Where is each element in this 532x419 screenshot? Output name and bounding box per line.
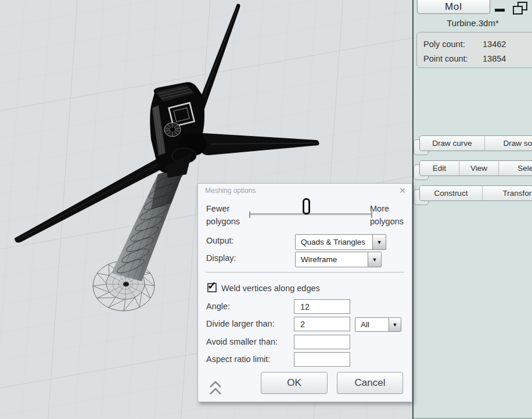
app-menu-button[interactable]: MoI: [417, 0, 490, 14]
angle-input[interactable]: [294, 299, 350, 314]
avoid-smaller-input[interactable]: [294, 335, 350, 349]
poly-count-value: 13462: [483, 40, 506, 49]
turbine-nacelle-vent: [164, 123, 181, 137]
mesh-stats-box: Poly count: 13462 Point count: 13854: [416, 32, 532, 68]
tab-transform[interactable]: Transform: [483, 186, 532, 200]
point-count-row: Point count: 13854: [423, 51, 532, 66]
polygon-density-slider-track[interactable]: [249, 213, 372, 215]
tab-draw-solid[interactable]: Draw solid: [485, 136, 532, 151]
divide-unit-dropdown[interactable]: All ▼: [355, 317, 401, 332]
divide-unit-value: All: [355, 318, 389, 331]
display-dropdown-value: Wireframe: [296, 252, 368, 267]
aspect-ratio-label: Aspect ratio limit:: [206, 354, 270, 364]
tab-view[interactable]: View: [459, 161, 499, 176]
output-label: Output:: [206, 236, 234, 245]
slider-left-label: Fewer polygons: [206, 202, 253, 228]
app-window: MoI Turbine.3dm* Poly count: 13462 Point…: [0, 0, 532, 419]
toolbar-row-construct: Construct Transform: [419, 185, 532, 201]
tab-select[interactable]: Select: [499, 161, 532, 176]
divide-larger-label: Divide larger than:: [206, 319, 275, 328]
weld-vertices-checkbox[interactable]: ✓: [207, 283, 217, 292]
poly-count-row: Poly count: 13462: [423, 37, 532, 51]
chevron-down-icon[interactable]: ▼: [368, 252, 381, 267]
restore-window-icon[interactable]: [513, 2, 529, 16]
display-label: Display:: [206, 253, 236, 263]
toolbar-row-edit: Edit View Select: [419, 160, 532, 176]
output-dropdown[interactable]: Quads & Triangles ▼: [295, 234, 386, 250]
slider-left-end-tick: [249, 212, 250, 218]
checkmark-icon: ✓: [207, 279, 217, 292]
tab-draw-curve[interactable]: Draw curve: [420, 136, 485, 151]
divide-larger-input[interactable]: [294, 317, 350, 331]
point-count-value: 13854: [483, 54, 506, 63]
dialog-separator: [206, 272, 404, 273]
dialog-title: Meshing options: [205, 187, 256, 195]
weld-vertices-label: Weld vertices along edges: [221, 284, 320, 293]
close-icon[interactable]: ✕: [399, 186, 406, 195]
angle-label: Angle:: [206, 302, 230, 311]
slider-right-label: More polygons: [370, 202, 412, 228]
chevron-down-icon[interactable]: ▼: [389, 318, 401, 331]
restore-front-square: [513, 6, 523, 15]
poly-count-label: Poly count:: [423, 40, 483, 49]
point-count-label: Point count:: [423, 54, 483, 63]
document-filename: Turbine.3dm*: [414, 18, 532, 28]
collapse-chevron-icon[interactable]: [209, 380, 222, 399]
toolbar-row-draw: Draw curve Draw solid: [419, 135, 532, 151]
slider-right-end-tick: [371, 212, 372, 218]
chevron-down-icon[interactable]: ▼: [372, 235, 386, 249]
ok-button[interactable]: OK: [261, 372, 328, 394]
display-dropdown[interactable]: Wireframe ▼: [295, 252, 382, 267]
avoid-smaller-label: Avoid smaller than:: [206, 337, 278, 346]
cancel-button[interactable]: Cancel: [337, 372, 403, 394]
tab-edit[interactable]: Edit: [420, 161, 459, 176]
output-dropdown-value: Quads & Triangles: [296, 235, 372, 249]
aspect-ratio-input[interactable]: [294, 352, 350, 367]
tab-construct[interactable]: Construct: [420, 186, 483, 200]
minimize-icon[interactable]: [495, 9, 505, 12]
meshing-options-dialog: Meshing options ✕ Fewer polygons More po…: [197, 183, 412, 402]
polygon-density-slider-handle[interactable]: [303, 198, 310, 214]
side-panel: MoI Turbine.3dm* Poly count: 13462 Point…: [414, 0, 532, 419]
